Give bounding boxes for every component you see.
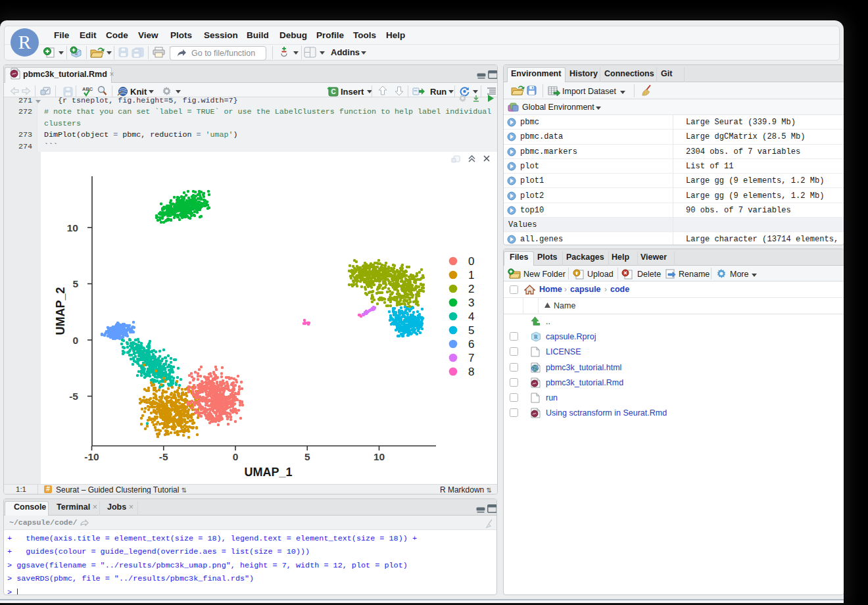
svg-text:7: 7 xyxy=(468,352,474,364)
svg-text:4: 4 xyxy=(468,310,474,323)
svg-text:2: 2 xyxy=(468,283,474,295)
svg-text:5: 5 xyxy=(72,278,78,289)
svg-text:8: 8 xyxy=(468,366,474,378)
svg-text:10: 10 xyxy=(67,222,78,233)
svg-text:R: R xyxy=(534,334,538,340)
svg-text:5: 5 xyxy=(468,324,474,337)
svg-text:ABC: ABC xyxy=(82,86,93,92)
svg-text:C: C xyxy=(331,88,335,95)
svg-text:6: 6 xyxy=(468,338,474,351)
svg-text:-5: -5 xyxy=(69,391,78,402)
svg-text:5: 5 xyxy=(304,451,310,462)
svg-text:0: 0 xyxy=(72,335,78,346)
svg-text:-5: -5 xyxy=(159,451,168,462)
svg-text:-10: -10 xyxy=(84,451,99,462)
svg-text:0: 0 xyxy=(233,451,239,462)
svg-text:0: 0 xyxy=(468,255,474,268)
svg-text:UMAP_2: UMAP_2 xyxy=(54,287,67,335)
svg-text:1: 1 xyxy=(468,269,474,281)
svg-text:10: 10 xyxy=(374,451,385,462)
svg-text:3: 3 xyxy=(468,297,474,309)
svg-text:UMAP_1: UMAP_1 xyxy=(244,466,292,479)
